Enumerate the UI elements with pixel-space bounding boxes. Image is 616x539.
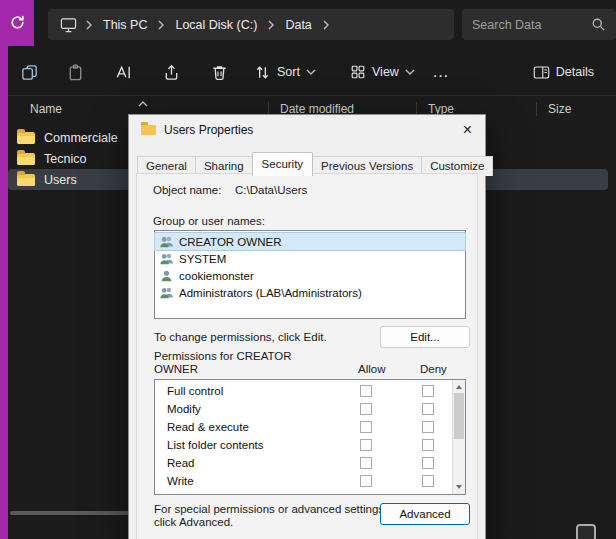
- group-icon: [159, 235, 174, 249]
- permission-name: Read: [167, 457, 195, 469]
- deny-checkbox[interactable]: [422, 385, 434, 397]
- this-pc-icon: [58, 17, 79, 33]
- deny-checkbox[interactable]: [422, 421, 434, 433]
- chevron-down-icon: [405, 69, 415, 75]
- permission-row-list-folder-contents[interactable]: List folder contents: [155, 436, 465, 454]
- security-tab-panel: Object name: C:\Data\Users Group or user…: [136, 173, 478, 539]
- list-item-cookiemonster[interactable]: cookiemonster: [155, 267, 465, 284]
- breadcrumb: This PC Local Disk (C:) Data: [48, 9, 454, 40]
- group-icon: [159, 286, 174, 300]
- list-item-administrators[interactable]: Administrators (LAB\Administrators): [155, 284, 465, 301]
- share-button[interactable]: [156, 58, 186, 86]
- background-window-edge: [0, 0, 8, 539]
- view-dropdown[interactable]: View: [342, 58, 423, 86]
- sort-ascending-icon: [138, 96, 148, 110]
- details-icon: [533, 65, 550, 80]
- file-name: Users: [44, 173, 77, 187]
- permission-name: Special permissions: [167, 493, 269, 495]
- folder-icon: [17, 132, 35, 144]
- desktop-screenshot: This PC Local Disk (C:) Data: [0, 0, 616, 539]
- breadcrumb-local-disk-c[interactable]: Local Disk (C:): [171, 16, 261, 34]
- permission-row-read[interactable]: Read: [155, 454, 465, 472]
- deny-checkbox[interactable]: [422, 457, 434, 469]
- column-header-name[interactable]: Name: [30, 102, 62, 116]
- delete-button[interactable]: [204, 58, 234, 86]
- breadcrumb-data[interactable]: Data: [281, 16, 315, 34]
- details-pane-button[interactable]: Details: [525, 58, 602, 86]
- taskbar-peek-icon[interactable]: [576, 524, 596, 539]
- users-properties-dialog: Users Properties × General Sharing Secur…: [128, 114, 486, 539]
- group-name: cookiemonster: [179, 270, 254, 282]
- group-user-list: CREATOR OWNER SYSTEM cookiemonster: [154, 230, 466, 319]
- folder-icon: [17, 153, 35, 165]
- list-item-system[interactable]: SYSTEM: [155, 250, 465, 267]
- permission-row-special-permissions[interactable]: Special permissions: [155, 490, 465, 495]
- tab-security[interactable]: Security: [252, 152, 314, 176]
- chevron-down-icon: [306, 69, 316, 75]
- permission-row-modify[interactable]: Modify: [155, 400, 465, 418]
- list-item-creator-owner[interactable]: CREATOR OWNER: [155, 233, 465, 250]
- allow-checkbox[interactable]: [360, 439, 372, 451]
- deny-checkbox[interactable]: [422, 439, 434, 451]
- group-icon: [159, 252, 174, 266]
- search-input[interactable]: [472, 18, 591, 32]
- refresh-icon[interactable]: [9, 14, 26, 35]
- column-header-size[interactable]: Size: [548, 102, 571, 116]
- scroll-down-icon[interactable]: [456, 485, 462, 489]
- more-options-button[interactable]: …: [426, 58, 456, 86]
- permission-name: Read & execute: [167, 421, 249, 433]
- column-divider[interactable]: [536, 102, 537, 116]
- change-permissions-text: To change permissions, click Edit.: [154, 331, 327, 343]
- copy-button[interactable]: [14, 58, 44, 86]
- search-icon[interactable]: [591, 17, 606, 32]
- deny-checkbox[interactable]: [422, 475, 434, 487]
- allow-column-label: Allow: [358, 363, 385, 375]
- permissions-for-label-line2: OWNER: [154, 363, 198, 375]
- permissions-for-label-line1: Permissions for CREATOR: [154, 350, 292, 362]
- group-name: SYSTEM: [179, 253, 226, 265]
- permission-row-write[interactable]: Write: [155, 472, 465, 490]
- allow-checkbox[interactable]: [360, 403, 372, 415]
- deny-checkbox[interactable]: [422, 403, 434, 415]
- advanced-hint-line1: For special permissions or advanced sett…: [154, 503, 387, 515]
- file-name: Commerciale: [44, 131, 118, 145]
- close-button[interactable]: ×: [451, 116, 484, 144]
- permission-name: Modify: [167, 403, 201, 415]
- allow-checkbox[interactable]: [360, 457, 372, 469]
- chevron-right-icon: [155, 20, 167, 30]
- advanced-button[interactable]: Advanced: [380, 503, 470, 525]
- allow-checkbox[interactable]: [360, 475, 372, 487]
- folder-icon: [17, 174, 35, 186]
- scrollbar-thumb[interactable]: [454, 393, 464, 439]
- vertical-scrollbar[interactable]: [452, 380, 465, 494]
- group-or-user-names-label: Group or user names:: [153, 215, 265, 227]
- rename-button[interactable]: [108, 58, 138, 86]
- edit-button[interactable]: Edit...: [380, 326, 470, 348]
- allow-checkbox[interactable]: [360, 421, 372, 433]
- dialog-title-bar: Users Properties: [129, 115, 485, 145]
- permissions-list: Full control Modify Read & execute List …: [154, 379, 466, 495]
- permission-row-full-control[interactable]: Full control: [155, 382, 465, 400]
- permission-name: Full control: [167, 385, 223, 397]
- allow-checkbox[interactable]: [360, 385, 372, 397]
- sort-label: Sort: [277, 65, 300, 79]
- object-name-value: C:\Data\Users: [235, 184, 307, 196]
- background-window-corner: [0, 0, 34, 46]
- dialog-title: Users Properties: [164, 123, 253, 137]
- permission-row-read-execute[interactable]: Read & execute: [155, 418, 465, 436]
- permission-name: List folder contents: [167, 439, 264, 451]
- sort-dropdown[interactable]: Sort: [246, 58, 324, 86]
- group-name: CREATOR OWNER: [179, 236, 281, 248]
- permission-name: Write: [167, 475, 194, 487]
- chevron-right-icon: [83, 20, 95, 30]
- advanced-hint-line2: click Advanced.: [154, 516, 233, 528]
- file-name: Tecnico: [44, 152, 86, 166]
- explorer-toolbar: Sort View … Details: [8, 48, 616, 96]
- view-label: View: [372, 65, 399, 79]
- paste-button[interactable]: [60, 58, 90, 86]
- breadcrumb-this-pc[interactable]: This PC: [99, 16, 151, 34]
- chevron-right-icon: [320, 20, 332, 30]
- scroll-up-icon[interactable]: [456, 385, 462, 389]
- group-name: Administrators (LAB\Administrators): [179, 287, 362, 299]
- view-icon: [350, 64, 366, 80]
